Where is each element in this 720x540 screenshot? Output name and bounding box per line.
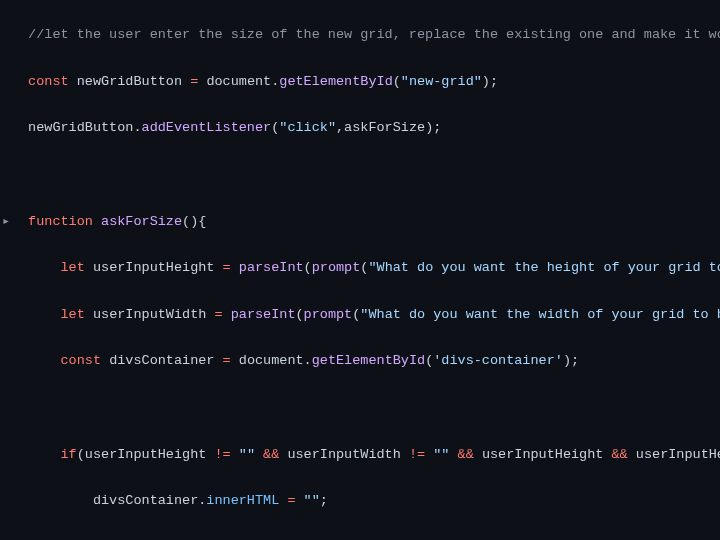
code-line: divsContainer.innerHTML = ""; (20, 489, 720, 512)
comment: //let the user enter the size of the new… (28, 27, 720, 42)
code-line: const newGridButton = document.getElemen… (20, 70, 720, 93)
code-line (20, 163, 720, 186)
code-line: let wholeSize = parseInt(userInputHeight… (20, 536, 720, 540)
code-line: if(userInputHeight != "" && userInputWid… (20, 443, 720, 466)
code-line: let userInputWidth = parseInt(prompt("Wh… (20, 303, 720, 326)
code-line: let userInputHeight = parseInt(prompt("W… (20, 256, 720, 279)
code-line: const divsContainer = document.getElemen… (20, 349, 720, 372)
code-line: newGridButton.addEventListener("click",a… (20, 116, 720, 139)
code-line: //let the user enter the size of the new… (20, 23, 720, 46)
code-editor[interactable]: //let the user enter the size of the new… (0, 0, 720, 540)
fold-caret-icon[interactable]: ▸ (2, 210, 10, 233)
code-line (20, 396, 720, 419)
code-line: ▸ function askForSize(){ (20, 210, 720, 233)
